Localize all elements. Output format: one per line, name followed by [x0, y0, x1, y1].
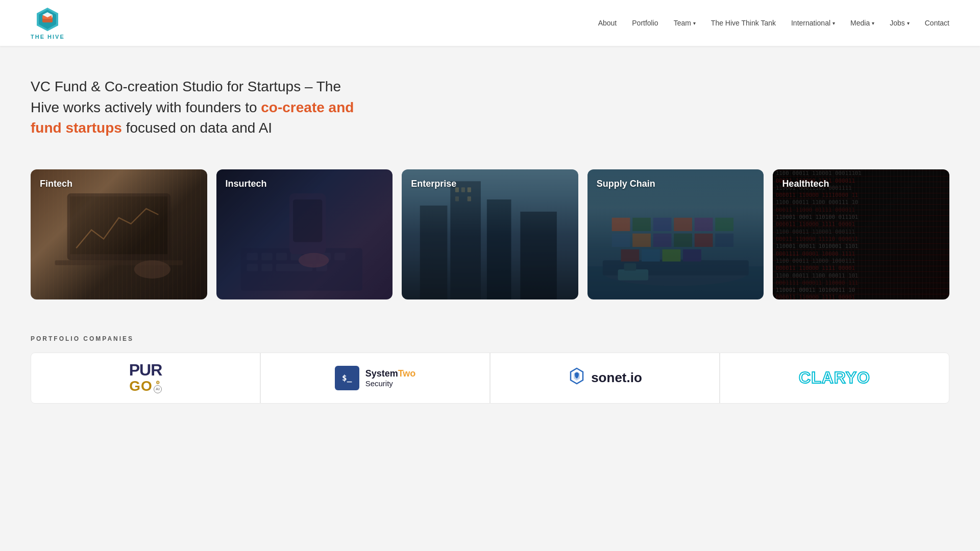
- svg-rect-26: [451, 181, 481, 299]
- svg-rect-12: [261, 253, 272, 260]
- nav-contact[interactable]: Contact: [925, 19, 949, 27]
- sonet-icon: [568, 367, 586, 389]
- svg-text:1100 00011 11000 1000111: 1100 00011 11000 1000111: [776, 258, 855, 264]
- logo-sonet[interactable]: sonet.io: [490, 353, 720, 404]
- card-insurtech[interactable]: Insurtech: [216, 169, 393, 299]
- card-supply-label: Supply Chain: [597, 179, 655, 189]
- svg-rect-56: [624, 263, 636, 270]
- purgo-logo-display: PUR G O ⚙ AI: [129, 362, 162, 394]
- logo-text: THE HIVE: [31, 34, 65, 40]
- svg-rect-45: [611, 233, 630, 246]
- svg-text:00011 11000 01111 000011: 00011 11000 01111 000011: [776, 207, 855, 213]
- svg-rect-50: [715, 233, 733, 246]
- svg-point-9: [134, 260, 171, 279]
- svg-point-24: [298, 253, 329, 268]
- svg-rect-29: [521, 212, 557, 299]
- svg-rect-11: [247, 253, 257, 260]
- svg-rect-17: [334, 253, 345, 260]
- purgo-o-text: O: [141, 378, 152, 394]
- portfolio-section: PORTFOLIO COMPANIES PUR G O ⚙ AI: [0, 325, 980, 424]
- systemtwo-sub: Security: [365, 379, 416, 388]
- svg-rect-18: [247, 264, 257, 271]
- card-supply-chain[interactable]: Supply Chain: [587, 169, 764, 299]
- card-fintech-label: Fintech: [40, 179, 72, 189]
- svg-text:00011 110000 11110 000011: 00011 110000 11110 000011: [776, 236, 858, 242]
- svg-rect-28: [420, 206, 448, 299]
- main-nav: About Portfolio Team The Hive Think Tank…: [598, 19, 949, 27]
- svg-rect-52: [642, 249, 660, 261]
- svg-text:000011 110000 11110000 11: 000011 110000 11110000 11: [776, 192, 858, 198]
- sonet-logo-display: sonet.io: [568, 367, 642, 389]
- portfolio-title: PORTFOLIO COMPANIES: [31, 335, 949, 342]
- svg-rect-51: [621, 249, 639, 261]
- purgo-pur-text: PUR: [129, 362, 162, 378]
- logo-purgo[interactable]: PUR G O ⚙ AI: [31, 353, 260, 404]
- svg-rect-23: [293, 199, 322, 242]
- svg-rect-41: [653, 218, 671, 231]
- nav-jobs[interactable]: Jobs: [890, 19, 910, 27]
- svg-rect-5: [52, 15, 53, 17]
- nav-about[interactable]: About: [598, 19, 617, 27]
- svg-rect-46: [632, 233, 651, 246]
- card-healthtech[interactable]: 0001111 000011 110000 1111 1100 00011 11…: [773, 169, 949, 299]
- svg-text:000011 110000 1111 00001: 000011 110000 1111 00001: [776, 221, 855, 228]
- svg-rect-27: [487, 199, 511, 299]
- svg-rect-8: [55, 260, 183, 265]
- nav-international[interactable]: International: [791, 19, 835, 27]
- svg-text:000011 110000 1111 00001: 000011 110000 1111 00001: [776, 265, 855, 271]
- logo-icon: [34, 6, 61, 33]
- svg-rect-34: [468, 196, 471, 202]
- svg-rect-7: [70, 196, 167, 254]
- svg-rect-49: [695, 233, 713, 246]
- svg-text:1100 00011 110001 000111: 1100 00011 110001 000111: [776, 228, 855, 235]
- svg-rect-53: [662, 249, 680, 261]
- nav-team[interactable]: Team: [674, 19, 696, 27]
- svg-text:110001 0001 110100 011101: 110001 0001 110100 011101: [776, 214, 858, 220]
- svg-rect-44: [715, 218, 733, 231]
- hero-text-suffix: focused on data and AI: [122, 120, 272, 136]
- portfolio-logos: PUR G O ⚙ AI $_ SystemTwo: [31, 353, 949, 404]
- nav-portfolio[interactable]: Portfolio: [632, 19, 658, 27]
- svg-text:0001111 000011 110000 111: 0001111 000011 110000 111: [776, 280, 858, 286]
- site-logo[interactable]: THE HIVE: [31, 6, 65, 40]
- svg-rect-48: [674, 233, 692, 246]
- svg-rect-19: [261, 264, 272, 271]
- logo-claryo[interactable]: CLARYO: [720, 353, 949, 404]
- card-enterprise-label: Enterprise: [411, 179, 456, 189]
- svg-rect-54: [683, 249, 701, 261]
- category-cards: Fintech: [0, 159, 980, 325]
- svg-rect-55: [618, 269, 648, 280]
- svg-text:110001 00011 1010001 1101: 110001 00011 1010001 1101: [776, 243, 858, 249]
- svg-text:000011 110000 1111 00001: 000011 110000 1111 00001: [776, 294, 855, 299]
- svg-text:0001111 00001 10000 1111: 0001111 00001 10000 1111: [776, 250, 855, 257]
- svg-text:110001 00011 10100011 10: 110001 00011 10100011 10: [776, 287, 855, 293]
- logo-systemtwo[interactable]: $_ SystemTwo Security: [260, 353, 490, 404]
- hero-text: VC Fund & Co-creation Studio for Startup…: [31, 77, 362, 139]
- nav-think-tank[interactable]: The Hive Think Tank: [711, 19, 776, 27]
- sonet-text: sonet.io: [591, 370, 642, 386]
- systemtwo-text: SystemTwo Security: [365, 368, 416, 388]
- svg-rect-42: [674, 218, 692, 231]
- svg-rect-40: [632, 218, 651, 231]
- svg-text:1100 00011 1100 000111 10: 1100 00011 1100 000111 10: [776, 199, 858, 206]
- svg-rect-32: [468, 187, 471, 192]
- card-health-label: Healthtech: [782, 179, 829, 189]
- hero-section: VC Fund & Co-creation Studio for Startup…: [0, 46, 980, 159]
- card-insurtech-label: Insurtech: [226, 179, 267, 189]
- systemtwo-name: SystemTwo: [365, 368, 416, 379]
- claryo-text: CLARYO: [799, 368, 870, 387]
- svg-text:1100 00011 1100 00011 101: 1100 00011 1100 00011 101: [776, 272, 858, 279]
- card-fintech[interactable]: Fintech: [31, 169, 207, 299]
- svg-text:1100 00011 110001 00011101: 1100 00011 110001 00011101: [776, 170, 862, 177]
- svg-rect-39: [611, 218, 630, 231]
- nav-media[interactable]: Media: [850, 19, 874, 27]
- systemtwo-icon: $_: [335, 366, 359, 390]
- svg-rect-31: [461, 187, 465, 192]
- systemtwo-logo-display: $_ SystemTwo Security: [335, 366, 416, 390]
- svg-rect-33: [455, 196, 459, 202]
- svg-rect-13: [276, 253, 286, 260]
- svg-rect-47: [653, 233, 671, 246]
- svg-rect-6: [67, 193, 171, 260]
- svg-rect-43: [695, 218, 713, 231]
- card-enterprise[interactable]: Enterprise: [402, 169, 578, 299]
